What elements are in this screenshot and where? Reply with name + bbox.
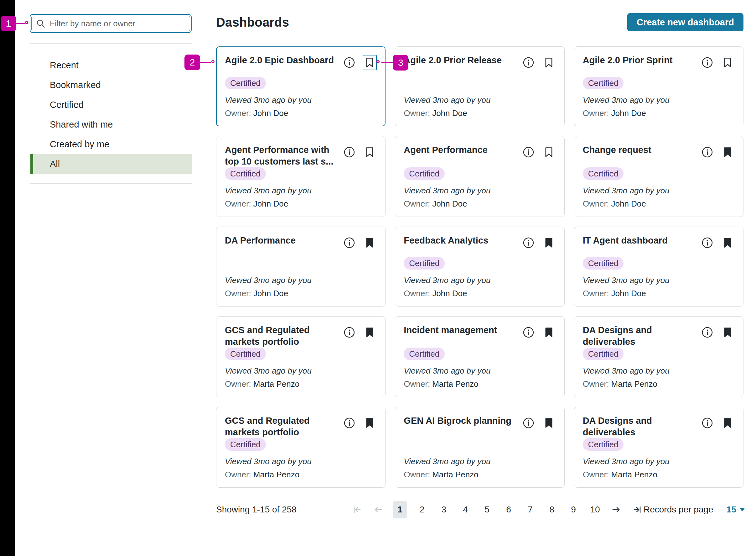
search-icon	[36, 19, 45, 28]
info-icon[interactable]	[344, 417, 355, 429]
card-meta: Certified Viewed 3mo ago by you Owner:Jo…	[225, 257, 377, 299]
sidebar-item-recent[interactable]: Recent	[30, 56, 192, 75]
card-owner-line: Owner:John Doe	[583, 108, 735, 118]
info-icon[interactable]	[523, 417, 534, 429]
card-meta: Certified Viewed 3mo ago by you Owner:Jo…	[404, 167, 556, 209]
bookmark-icon[interactable]	[542, 415, 556, 431]
card-title: GCS and Regulated markets portfolio	[225, 324, 344, 348]
dashboard-card[interactable]: Incident management	[395, 316, 564, 397]
certified-badge-row: Certified	[404, 167, 556, 180]
bookmark-icon[interactable]	[721, 325, 735, 340]
page-number-1[interactable]: 1	[393, 501, 407, 518]
card-header: DA Designs and deliverables	[583, 324, 735, 348]
previous-page-icon[interactable]	[372, 501, 384, 518]
page-number-4[interactable]: 4	[459, 501, 472, 518]
owner-name: John Doe	[432, 108, 467, 118]
info-icon[interactable]	[702, 57, 713, 68]
info-icon[interactable]	[344, 57, 355, 68]
card-owner-line: Owner:John Doe	[225, 199, 377, 209]
dashboard-card[interactable]: GCS and Regulated markets portfolio	[216, 407, 385, 488]
bookmark-icon[interactable]	[721, 55, 735, 70]
bookmark-icon[interactable]	[721, 415, 735, 431]
info-icon[interactable]	[344, 146, 355, 158]
info-icon[interactable]	[702, 146, 713, 158]
first-page-icon[interactable]	[351, 501, 363, 518]
certified-badge-row: Certified	[583, 438, 735, 451]
page-number-7[interactable]: 7	[524, 501, 537, 518]
certified-badge-row: Certified	[583, 257, 735, 270]
bookmark-icon[interactable]	[363, 235, 377, 250]
info-icon[interactable]	[523, 146, 534, 158]
card-owner-line: Owner:Marta Penzo	[404, 470, 556, 480]
dashboard-card[interactable]: Feedback Analytics	[395, 227, 564, 307]
sidebar-item-certified[interactable]: Certified	[30, 95, 192, 115]
dashboard-card[interactable]: Agile 2.0 Prior Release	[395, 46, 564, 126]
card-viewed-text: Viewed 3mo ago by you	[583, 366, 735, 376]
page-number-10[interactable]: 10	[589, 501, 602, 518]
info-icon[interactable]	[702, 237, 713, 248]
dashboard-card[interactable]: IT Agent dashboard	[574, 227, 744, 307]
owner-name: Marta Penzo	[611, 379, 657, 389]
card-actions	[523, 325, 556, 340]
bookmark-icon[interactable]	[363, 55, 377, 70]
bookmark-icon[interactable]	[542, 55, 556, 70]
dashboard-card[interactable]: DA Performance	[216, 227, 385, 307]
dashboard-card[interactable]: DA Designs and deliverables	[574, 407, 744, 488]
bookmark-icon[interactable]	[542, 144, 556, 160]
info-icon[interactable]	[523, 237, 534, 248]
bookmark-icon[interactable]	[363, 144, 377, 160]
page-number-2[interactable]: 2	[416, 501, 429, 518]
card-viewed-text: Viewed 3mo ago by you	[583, 95, 735, 105]
bookmark-icon[interactable]	[363, 415, 377, 431]
info-icon[interactable]	[523, 57, 534, 68]
page-number-6[interactable]: 6	[502, 501, 515, 518]
search-input[interactable]	[50, 19, 185, 29]
info-icon[interactable]	[702, 417, 713, 429]
sidebar-item-bookmarked[interactable]: Bookmarked	[30, 75, 192, 95]
sidebar-item-all[interactable]: All	[30, 154, 192, 174]
bookmark-icon[interactable]	[542, 325, 556, 340]
card-actions	[523, 235, 556, 250]
card-viewed-text: Viewed 3mo ago by you	[404, 95, 556, 105]
bookmark-icon[interactable]	[721, 144, 735, 160]
owner-label: Owner:	[583, 379, 609, 389]
owner-label: Owner:	[404, 470, 430, 479]
sidebar-item-created-by-me[interactable]: Created by me	[30, 134, 192, 154]
card-actions	[344, 235, 377, 250]
last-page-icon[interactable]	[631, 501, 644, 518]
dashboard-card[interactable]: GCS and Regulated markets portfolio	[216, 316, 385, 397]
dashboard-card[interactable]: Agile 2.0 Prior Sprint	[574, 46, 744, 126]
dashboard-card[interactable]: Agile 2.0 Epic Dashboard	[216, 46, 385, 126]
owner-name: Marta Penzo	[432, 379, 478, 389]
dashboard-card[interactable]: DA Designs and deliverables	[574, 316, 744, 397]
annotation-badge-3: 3	[393, 55, 408, 71]
records-per-page: Records per page 15	[644, 505, 745, 515]
next-page-icon[interactable]	[610, 501, 622, 518]
records-per-page-select[interactable]: 15	[726, 505, 745, 515]
sidebar-item-shared-with-me[interactable]: Shared with me	[30, 115, 192, 134]
bookmark-icon[interactable]	[542, 235, 556, 250]
dashboard-card[interactable]: Agent Performance	[395, 136, 564, 217]
info-icon[interactable]	[702, 326, 713, 338]
bookmark-icon[interactable]	[721, 235, 735, 250]
info-icon[interactable]	[344, 326, 355, 338]
info-icon[interactable]	[523, 326, 534, 338]
card-viewed-text: Viewed 3mo ago by you	[404, 186, 556, 196]
card-viewed-text: Viewed 3mo ago by you	[583, 457, 735, 466]
create-new-dashboard-button[interactable]: Create new dashboard	[627, 13, 744, 31]
card-viewed-text: Viewed 3mo ago by you	[225, 366, 377, 376]
page-number-8[interactable]: 8	[545, 501, 558, 518]
owner-label: Owner:	[225, 289, 251, 298]
dashboard-card[interactable]: Change request	[574, 136, 744, 217]
dashboard-card[interactable]: GEN AI Bigrock planning	[395, 407, 564, 488]
page-number-9[interactable]: 9	[567, 501, 580, 518]
owner-label: Owner:	[583, 470, 609, 479]
bookmark-icon[interactable]	[363, 325, 377, 340]
page-number-3[interactable]: 3	[437, 501, 450, 518]
certified-badge-row: Certified	[583, 348, 735, 360]
dashboard-card[interactable]: Agent Performance with top 10 customers …	[216, 136, 385, 217]
certified-badge: Certified	[404, 257, 445, 270]
info-icon[interactable]	[344, 237, 355, 248]
certified-badge-row: Certified	[404, 438, 556, 451]
page-number-5[interactable]: 5	[481, 501, 494, 518]
